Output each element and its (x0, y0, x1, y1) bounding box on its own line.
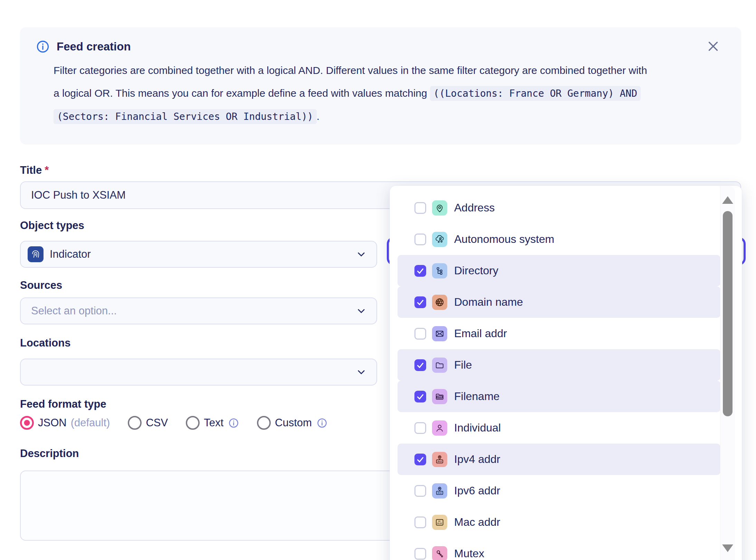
mac-addr-checkbox[interactable] (414, 516, 426, 528)
domain-name-checkbox[interactable] (414, 296, 426, 308)
address-icon (432, 200, 447, 216)
svg-text:IPv4: IPv4 (438, 460, 442, 462)
menu-item-autonomous-system[interactable]: Autonomous system (398, 224, 720, 255)
feed-format-label: Feed format type (20, 398, 106, 410)
required-asterisk: * (45, 164, 49, 176)
ipv4-addr-icon: IPv4 (432, 452, 447, 467)
menu-scrollbar[interactable] (720, 186, 735, 560)
menu-item-mutex[interactable]: Mutex (398, 538, 720, 560)
directory-icon (432, 263, 447, 278)
mutex-checkbox[interactable] (414, 548, 426, 560)
menu-item-label: Filename (454, 390, 500, 403)
mutex-icon (432, 546, 447, 560)
radio-csv-circle[interactable] (128, 416, 142, 430)
feed-format-radio-group: JSON(default) CSV Text Custom (20, 416, 327, 430)
radio-json-circle[interactable] (20, 416, 34, 430)
svg-text:Name: Name (438, 396, 442, 398)
radio-custom[interactable]: Custom (257, 416, 327, 430)
object-types-menu: Address Autonomous system (390, 186, 742, 560)
address-checkbox[interactable] (414, 202, 426, 214)
indicator-icon (28, 246, 44, 262)
filename-icon: Name (432, 389, 447, 404)
ipv6-addr-checkbox[interactable] (414, 485, 426, 497)
menu-item-ipv4-addr[interactable]: IPv4 Ipv4 addr (398, 444, 720, 475)
check-icon (416, 392, 425, 401)
menu-item-domain-name[interactable]: .com Domain name (398, 286, 720, 318)
filter-example-code: ((Locations: France OR Germany) AND (430, 86, 641, 101)
banner-description: Filter categories are combined together … (54, 59, 647, 128)
check-icon (416, 298, 425, 307)
check-icon (416, 266, 425, 275)
email-addr-checkbox[interactable] (414, 328, 426, 340)
object-types-select[interactable]: Indicator (20, 241, 377, 268)
menu-item-label: Address (454, 201, 495, 214)
menu-item-filename[interactable]: Name Filename (398, 381, 720, 412)
menu-item-individual[interactable]: Individual (398, 412, 720, 444)
json-default-suffix: (default) (71, 417, 110, 429)
description-label: Description (20, 447, 79, 460)
menu-item-ipv6-addr[interactable]: IPv6 Ipv6 addr (398, 475, 720, 506)
chevron-down-icon (355, 366, 367, 378)
domain-name-icon: .com (432, 295, 447, 310)
ipv6-addr-icon: IPv6 (432, 483, 447, 499)
menu-item-label: Ipv4 addr (454, 453, 500, 466)
email-addr-icon (432, 326, 447, 341)
menu-item-label: Autonomous system (454, 233, 554, 246)
scroll-up-arrow-icon[interactable] (722, 196, 733, 204)
filename-checkbox[interactable] (414, 391, 426, 402)
radio-text[interactable]: Text (186, 416, 239, 430)
text-info-icon[interactable] (228, 418, 239, 428)
mac-addr-icon: FF: FF:FF (432, 515, 447, 530)
file-icon (432, 358, 447, 373)
menu-item-label: Ipv6 addr (454, 484, 500, 497)
close-button[interactable] (705, 38, 721, 54)
locations-select[interactable] (20, 359, 377, 386)
scrollbar-thumb[interactable] (723, 211, 733, 416)
menu-item-email-addr[interactable]: Email addr (398, 318, 720, 349)
autonomous-system-checkbox[interactable] (414, 234, 426, 245)
menu-item-label: Individual (454, 421, 501, 434)
chevron-down-icon (355, 305, 367, 317)
object-types-value: Indicator (50, 248, 91, 260)
individual-checkbox[interactable] (414, 422, 426, 434)
sources-placeholder: Select an option... (31, 305, 117, 317)
banner-title: Feed creation (57, 40, 131, 53)
menu-item-file[interactable]: File (398, 349, 720, 381)
scroll-down-arrow-icon[interactable] (722, 544, 733, 552)
sources-select[interactable]: Select an option... (20, 297, 377, 324)
sources-label: Sources (20, 279, 62, 292)
title-label: Title* (20, 164, 49, 177)
object-types-label: Object types (20, 219, 84, 232)
menu-item-mac-addr[interactable]: FF: FF:FF Mac addr (398, 506, 720, 538)
menu-list: Address Autonomous system (390, 192, 720, 560)
ipv4-addr-checkbox[interactable] (414, 454, 426, 465)
radio-text-circle[interactable] (186, 416, 200, 430)
menu-item-label: File (454, 359, 472, 371)
menu-item-label: Domain name (454, 296, 523, 309)
file-checkbox[interactable] (414, 359, 426, 371)
menu-item-address[interactable]: Address (398, 192, 720, 224)
close-icon (705, 38, 721, 54)
menu-item-directory[interactable]: Directory (398, 255, 720, 286)
feed-creation-form: Feed creation Filter categories are comb… (0, 0, 756, 560)
check-icon (416, 455, 425, 464)
directory-checkbox[interactable] (414, 265, 426, 277)
svg-text:.com: .com (436, 301, 440, 303)
check-icon (416, 361, 425, 370)
radio-csv[interactable]: CSV (128, 416, 168, 430)
custom-info-icon[interactable] (317, 418, 327, 428)
svg-text:IPv6: IPv6 (438, 492, 442, 494)
individual-icon (432, 420, 447, 436)
radio-json[interactable]: JSON(default) (20, 416, 110, 430)
chevron-down-icon (355, 248, 367, 260)
radio-custom-circle[interactable] (257, 416, 271, 430)
menu-item-label: Mutex (454, 547, 484, 560)
menu-item-label: Email addr (454, 327, 507, 340)
autonomous-system-icon (432, 232, 447, 247)
menu-item-label: Mac addr (454, 516, 500, 529)
locations-label: Locations (20, 337, 70, 349)
info-banner: Feed creation Filter categories are comb… (20, 27, 741, 144)
title-value: IOC Push to XSIAM (31, 189, 126, 201)
svg-text:FF:: FF: (438, 520, 441, 522)
info-icon (36, 40, 50, 54)
